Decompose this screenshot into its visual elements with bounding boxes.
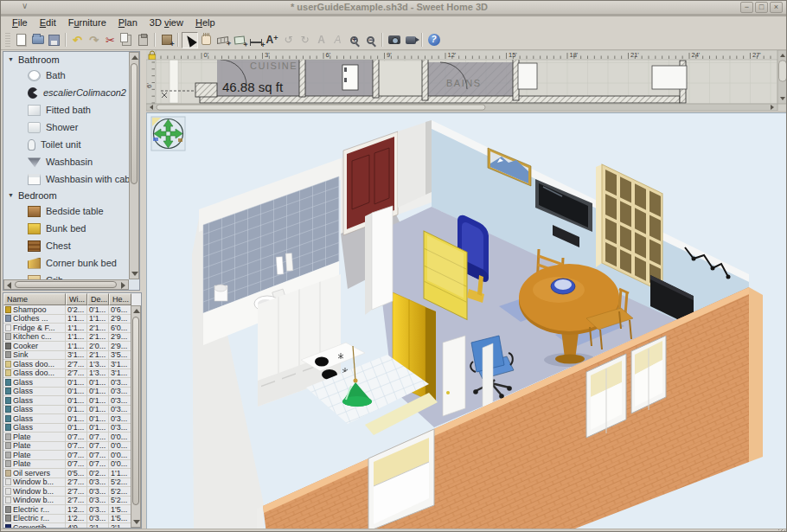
toolbar-grip[interactable] xyxy=(5,33,10,47)
minimize-button[interactable]: − xyxy=(740,2,753,13)
create-video-button[interactable] xyxy=(402,32,419,48)
create-walls-button[interactable] xyxy=(214,32,231,48)
chevron-down-icon[interactable]: ▼ xyxy=(8,192,14,198)
menu-file[interactable]: File xyxy=(6,16,34,29)
furniture-icon xyxy=(5,452,11,458)
table-row[interactable]: Electric r...1'2...0'3...1'5... xyxy=(3,505,131,515)
rotate-cw-button[interactable]: ↻ xyxy=(297,32,313,48)
table-vscrollbar[interactable] xyxy=(131,305,141,528)
menu-edit[interactable]: Edit xyxy=(34,16,62,29)
catalog-hscroll-thumb[interactable] xyxy=(15,281,117,288)
catalog-hscrollbar[interactable] xyxy=(3,279,129,290)
table-row[interactable]: Fridge & F...1'1...2'1...6'0... xyxy=(3,324,131,333)
paste-icon xyxy=(138,35,148,46)
create-dimensions-button[interactable] xyxy=(247,32,264,48)
table-row[interactable]: Glass doo...2'7...1'3...3'1... xyxy=(3,360,131,369)
catalog-category-bathroom[interactable]: ▼Bathroom xyxy=(3,52,129,67)
table-row[interactable]: Glass0'1...0'1...0'3... xyxy=(3,406,131,415)
catalog-item-bunk-bed[interactable]: Bunk bed xyxy=(3,220,129,237)
navigation-compass[interactable] xyxy=(151,117,185,151)
new-home-button[interactable] xyxy=(13,32,29,48)
close-button[interactable]: × xyxy=(770,2,783,13)
table-row[interactable]: Cooker1'1...2'0...2'9... xyxy=(3,342,131,351)
scroll-up-icon[interactable] xyxy=(133,309,140,313)
table-row[interactable]: Plate0'7...0'7...0'0... xyxy=(3,442,131,452)
italic-button[interactable]: A xyxy=(330,32,346,48)
titlebar[interactable]: ∨ * userGuideExample.sh3d - Sweet Home 3… xyxy=(1,1,786,15)
column-header-wi[interactable]: Wi... xyxy=(66,293,87,305)
table-row[interactable]: Window b...2'7...0'3...5'2... xyxy=(3,497,131,506)
table-row[interactable]: Electric r...1'2...0'3...1'5... xyxy=(3,515,131,524)
select-tool-button[interactable] xyxy=(182,32,198,48)
catalog-item-washbasin[interactable]: Washbasin xyxy=(3,153,129,170)
table-row[interactable]: Glass doo...2'7...1'3...3'1... xyxy=(3,369,131,379)
create-photo-button[interactable] xyxy=(386,32,402,48)
catalog-item-toilet-unit[interactable]: Toilet unit xyxy=(3,136,129,153)
catalog-item-bath[interactable]: Bath xyxy=(3,67,129,84)
table-row[interactable]: Glass0'1...0'1...0'3... xyxy=(3,414,131,424)
catalog-category-bedroom[interactable]: ▼Bedroom xyxy=(3,188,129,202)
add-text-button[interactable]: A+ xyxy=(264,32,280,48)
maximize-button[interactable]: □ xyxy=(755,2,768,13)
zoom-in-button[interactable]: + xyxy=(346,32,362,48)
table-row[interactable]: Plate0'7...0'7...0'0... xyxy=(3,433,131,442)
table-row[interactable]: Shampoo0'2...0'1...0'6... xyxy=(3,305,131,315)
menu-3d-view[interactable]: 3D view xyxy=(144,16,189,29)
cut-button[interactable]: ✂ xyxy=(102,32,118,48)
catalog-item-washbasin-with-cabine[interactable]: Washbasin with cabine xyxy=(3,170,129,188)
catalog-item-escaliercolimacon2[interactable]: escalierColimacon2 xyxy=(3,84,129,101)
table-row[interactable]: Glass0'1...0'1...0'3... xyxy=(3,378,131,388)
plan-hscrollbar[interactable] xyxy=(146,104,777,111)
toilet-icon xyxy=(28,139,35,151)
menu-help[interactable]: Help xyxy=(189,16,221,29)
help-button[interactable]: ? xyxy=(425,32,442,48)
catalog-item-shower[interactable]: Shower xyxy=(3,119,129,136)
table-row[interactable]: Sink3'1...2'1...3'5... xyxy=(3,351,131,361)
table-row[interactable]: Plate0'7...0'7...0'0... xyxy=(3,451,131,460)
save-button[interactable] xyxy=(46,32,62,48)
bold-button[interactable]: A xyxy=(313,32,330,48)
catalog-vscroll-thumb[interactable] xyxy=(131,63,138,184)
catalog-item-corner-bunk-bed[interactable]: Corner bunk bed xyxy=(3,254,129,272)
scroll-left-icon[interactable] xyxy=(7,282,11,289)
table-row[interactable]: Plate0'7...0'7...0'0... xyxy=(3,460,131,470)
catalog-item-fitted-bath[interactable]: Fitted bath xyxy=(3,101,129,119)
scroll-right-icon[interactable] xyxy=(121,282,125,289)
scroll-down-icon[interactable] xyxy=(131,272,138,276)
table-row[interactable]: Window b...2'7...0'3...5'2... xyxy=(3,478,131,488)
menu-plan[interactable]: Plan xyxy=(112,16,144,29)
add-furniture-button[interactable] xyxy=(158,32,175,48)
cell-height: 0'0... xyxy=(109,451,131,459)
chevron-down-icon[interactable]: ▼ xyxy=(8,56,14,62)
window-shade-icon[interactable]: ∨ xyxy=(22,1,28,10)
column-header-name[interactable]: Name xyxy=(3,293,66,305)
rotate-ccw-button[interactable]: ↺ xyxy=(280,32,297,48)
catalog-vscrollbar[interactable] xyxy=(129,52,139,279)
plan-canvas[interactable]: CUISINE 46.88 sq ft BAINS xyxy=(156,54,777,104)
catalog-item-bedside-table[interactable]: Bedside table xyxy=(3,202,129,220)
table-row[interactable]: Clothes ...1'1...1'1...2'9... xyxy=(3,315,131,324)
column-header-de[interactable]: De... xyxy=(87,293,109,305)
table-vscroll-thumb[interactable] xyxy=(132,317,139,505)
pan-tool-button[interactable] xyxy=(198,32,214,48)
scroll-down-icon[interactable] xyxy=(133,520,140,524)
undo-button[interactable]: ↶ xyxy=(69,32,86,48)
redo-button[interactable]: ↷ xyxy=(86,32,102,48)
table-row[interactable]: Glass0'1...0'1...0'3... xyxy=(3,396,131,406)
create-rooms-button[interactable] xyxy=(231,32,247,48)
plan-room[interactable] xyxy=(373,61,422,98)
open-button[interactable] xyxy=(29,32,46,48)
table-row[interactable]: Oil servers0'5...0'2...1'1... xyxy=(3,469,131,478)
table-row[interactable]: Window b...2'7...0'3...5'2... xyxy=(3,487,131,497)
scroll-up-icon[interactable] xyxy=(131,55,138,60)
paste-button[interactable] xyxy=(135,32,151,48)
table-row[interactable]: Glass0'1...0'1...0'3... xyxy=(3,424,131,433)
table-row[interactable]: Glass0'1...0'1...0'3... xyxy=(3,388,131,397)
zoom-out-button[interactable]: − xyxy=(362,32,379,48)
column-header-he[interactable]: He... xyxy=(109,293,131,305)
catalog-item-chest[interactable]: Chest xyxy=(3,237,129,254)
table-row[interactable]: Kitchen c...1'1...2'1...2'9... xyxy=(3,333,131,343)
copy-button[interactable] xyxy=(118,32,135,48)
plan-vscrollbar[interactable] xyxy=(777,50,787,104)
menu-furniture[interactable]: Furniture xyxy=(62,16,112,29)
